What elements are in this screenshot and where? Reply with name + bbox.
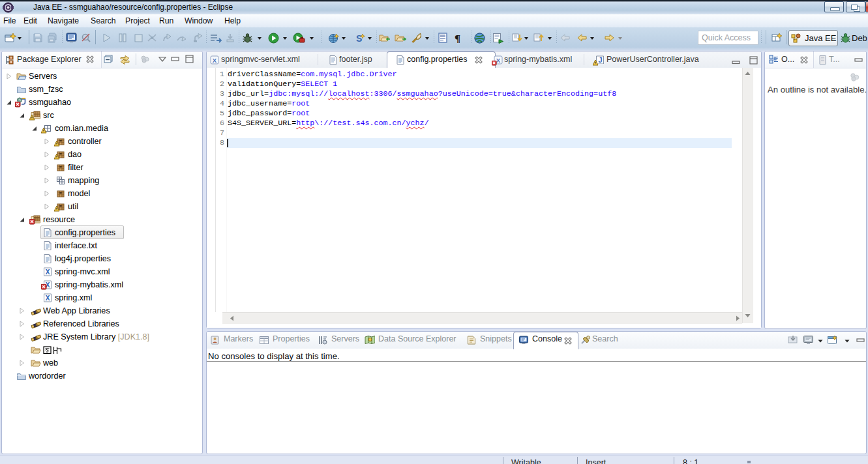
svg-text:S: S [356,33,362,44]
svg-text:¶: ¶ [455,33,460,43]
